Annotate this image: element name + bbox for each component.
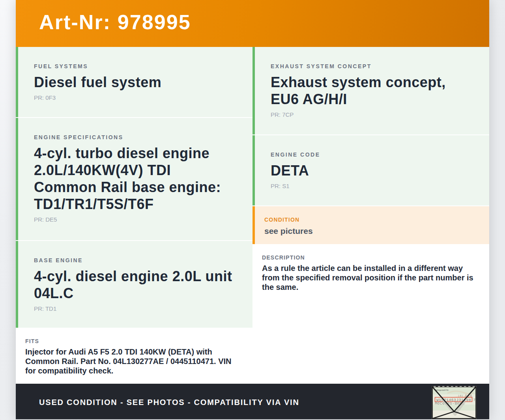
svg-text:Fahrgestell-Nr.: Fahrgestell-Nr. [435,389,449,391]
svg-text:7: 7 [473,398,476,402]
svg-text:|4|: |4| [458,394,463,398]
